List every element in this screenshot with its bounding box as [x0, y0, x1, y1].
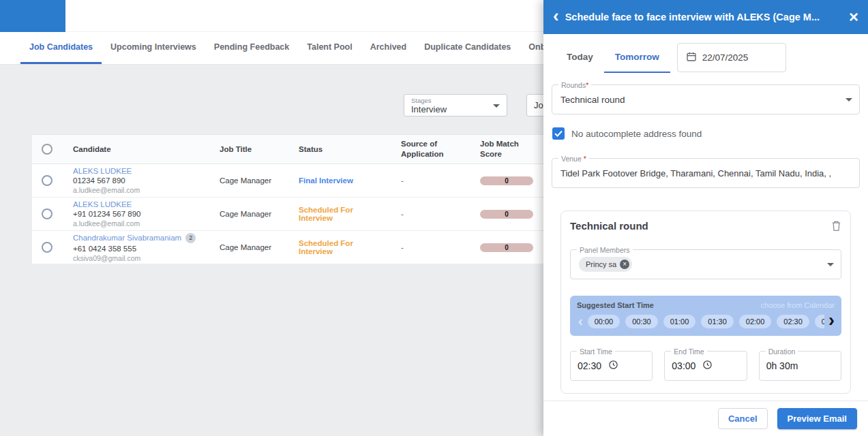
rounds-label-text: Rounds	[561, 81, 586, 89]
rounds-select[interactable]: Rounds* Technical round	[552, 84, 860, 114]
time-chip[interactable]: 02:30	[777, 315, 809, 328]
candidate-email: cksiva09@gmail.com	[73, 254, 202, 262]
panel-header: ‹ Schedule face to face interview with A…	[543, 0, 868, 34]
row-select-radio[interactable]	[42, 208, 53, 219]
candidate-email: a.ludkee@email.com	[73, 219, 202, 228]
column-header-source: Source of Application	[390, 139, 469, 159]
source-cell: -	[390, 210, 469, 218]
start-time-value: 02:30	[578, 360, 601, 371]
column-header-candidate: Candidate	[62, 144, 209, 155]
job-match-score-value: 0	[505, 177, 509, 185]
required-asterisk: *	[584, 155, 586, 163]
tab-job-candidates[interactable]: Job Candidates	[20, 32, 102, 64]
autocomplete-row: No autocomplete address found	[552, 127, 860, 140]
app-logo[interactable]	[0, 0, 65, 32]
tab-talent-pool[interactable]: Talent Pool	[298, 32, 361, 64]
time-chip[interactable]: 00:00	[588, 315, 620, 328]
remove-member-icon[interactable]: ×	[620, 260, 629, 269]
tab-today[interactable]: Today	[556, 42, 604, 73]
clock-icon[interactable]	[702, 360, 713, 372]
clock-icon[interactable]	[608, 360, 618, 372]
close-icon[interactable]: ×	[849, 9, 858, 25]
job-match-score-value: 0	[505, 244, 509, 251]
status-cell[interactable]: Final Interview	[288, 176, 390, 185]
job-title-cell: Cage Manager	[209, 210, 288, 218]
job-match-score-bar: 0	[480, 243, 533, 252]
end-time-label: End Time	[671, 347, 706, 356]
start-time-input[interactable]: Start Time 02:30	[570, 351, 653, 381]
row-select-radio[interactable]	[42, 175, 53, 186]
venue-input[interactable]: Venue* Tidel Park Footover Bridge, Thara…	[552, 158, 860, 188]
start-time-label: Start Time	[577, 347, 615, 356]
source-cell: -	[390, 176, 469, 185]
stages-filter[interactable]: Stages Interview	[404, 94, 507, 116]
tab-duplicate-candidates[interactable]: Duplicate Candidates	[415, 32, 520, 64]
back-icon[interactable]: ‹	[553, 7, 559, 24]
round-card-title: Technical round	[570, 220, 648, 232]
round-card-header: Technical round	[570, 220, 841, 234]
delete-round-icon[interactable]	[831, 220, 841, 234]
candidate-name-link[interactable]: ALEKS LUDKEE	[73, 200, 132, 208]
end-time-label-text: End Time	[674, 347, 704, 356]
end-time-value: 03:00	[672, 360, 695, 371]
chevron-right-icon[interactable]: ›	[824, 313, 835, 327]
duration-value: 0h 30m	[766, 360, 798, 371]
duration-label-text: Duration	[768, 347, 796, 356]
column-header-score-label: Job Match Score	[480, 139, 526, 159]
tab-pending-feedback[interactable]: Pending Feedback	[205, 32, 298, 64]
status-cell[interactable]: Scheduled For Interview	[288, 206, 390, 222]
count-badge: 2	[185, 233, 196, 243]
date-picker[interactable]: 22/07/2025	[677, 43, 786, 72]
column-header-status: Status	[288, 144, 390, 155]
stages-filter-label: Stages	[411, 97, 490, 104]
job-title-cell: Cage Manager	[209, 176, 288, 185]
chevron-down-icon	[827, 263, 834, 266]
autocomplete-checkbox-label: No autocomplete address found	[571, 129, 702, 139]
column-header-job-title: Job Title	[209, 144, 288, 155]
job-match-score-bar: 0	[480, 176, 533, 185]
autocomplete-checkbox[interactable]	[552, 127, 565, 140]
date-tabs-row: Today Tomorrow 22/07/2025	[552, 42, 860, 73]
time-chip-list: 00:00 00:30 01:00 01:30 02:00 02:30 03:0…	[588, 315, 824, 328]
panel-footer: Cancel Preview Email	[543, 401, 868, 436]
rounds-value: Technical round	[552, 85, 859, 114]
time-chip[interactable]: 03:00	[815, 315, 824, 328]
venue-value: Tidel Park Footover Bridge, Tharamani, C…	[552, 159, 859, 187]
time-chip[interactable]: 01:30	[701, 315, 734, 328]
duration-field[interactable]: Duration 0h 30m	[759, 351, 841, 381]
round-card: Technical round Panel Members Princy sa …	[560, 211, 851, 394]
cancel-button[interactable]: Cancel	[718, 408, 768, 429]
job-title-cell: Cage Manager	[209, 243, 288, 251]
status-cell[interactable]: Scheduled For Interview	[288, 239, 390, 255]
time-chip[interactable]: 02:00	[739, 315, 772, 328]
select-all-radio[interactable]	[42, 144, 53, 155]
candidate-phone: +91 01234 567 890	[73, 210, 202, 218]
tab-tomorrow[interactable]: Tomorrow	[604, 42, 670, 73]
member-chip-label: Princy sa	[586, 260, 616, 268]
choose-from-calendar-link[interactable]: choose from Calendar	[761, 301, 835, 309]
venue-label: Venue*	[558, 154, 589, 164]
preview-email-button[interactable]: Preview Email	[777, 408, 857, 429]
candidate-email: a.ludkee@email.com	[73, 186, 202, 194]
candidate-name-link[interactable]: Chandrakumar Sivabramaniam	[73, 233, 181, 241]
chevron-left-icon[interactable]: ‹	[577, 314, 588, 329]
member-chip[interactable]: Princy sa ×	[579, 257, 632, 272]
candidate-phone: +61 0424 358 555	[73, 245, 202, 253]
panel-members-select[interactable]: Panel Members Princy sa ×	[570, 249, 841, 279]
end-time-input[interactable]: End Time 03:00	[664, 351, 747, 381]
panel-title: Schedule face to face interview with ALE…	[565, 12, 843, 22]
time-chip[interactable]: 00:30	[625, 315, 658, 328]
duration-label: Duration	[766, 347, 798, 356]
calendar-icon	[686, 51, 697, 64]
suggested-start-time-label: Suggested Start Time	[577, 301, 654, 309]
suggested-start-time-box: Suggested Start Time choose from Calenda…	[570, 296, 841, 336]
candidate-name-link[interactable]: ALEKS LUDKEE	[73, 167, 132, 175]
rounds-label: Rounds*	[558, 80, 591, 90]
schedule-interview-panel: ‹ Schedule face to face interview with A…	[543, 0, 868, 436]
tab-archived[interactable]: Archived	[361, 32, 416, 64]
tab-upcoming-interviews[interactable]: Upcoming Interviews	[102, 32, 205, 64]
time-chip[interactable]: 01:00	[663, 315, 696, 328]
row-select-radio[interactable]	[42, 242, 53, 253]
chevron-down-icon	[845, 98, 852, 102]
panel-body: Today Tomorrow 22/07/2025 Rounds* Techni…	[543, 34, 868, 401]
